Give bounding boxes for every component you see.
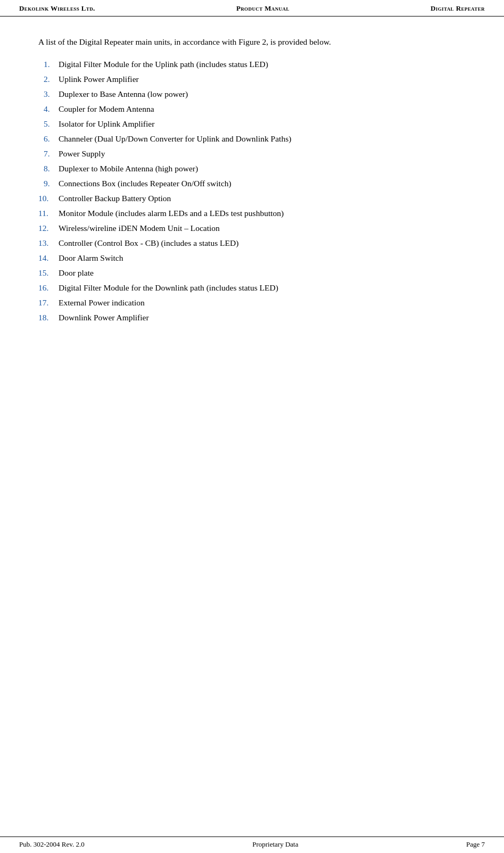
list-number: 7. [38, 147, 59, 160]
main-content: A list of the Digital Repeater main unit… [0, 16, 504, 837]
list-number: 6. [38, 132, 59, 145]
list-item: 1.Digital Filter Module for the Uplink p… [38, 58, 466, 71]
list-item: 9.Connections Box (includes Repeater On/… [38, 177, 466, 190]
list-item: 10.Controller Backup Battery Option [38, 192, 466, 205]
list-number: 14. [38, 252, 59, 264]
list-number: 1. [38, 58, 59, 71]
list-number: 9. [38, 177, 59, 190]
list-number: 16. [38, 281, 59, 294]
list-item: 5.Isolator for Uplink Amplifier [38, 118, 466, 130]
list-text: Power Supply [59, 147, 105, 160]
header-company: Dekolink Wireless Ltd. [19, 4, 95, 13]
list-text: Door Alarm Switch [59, 252, 123, 264]
list-item: 12.Wireless/wireline iDEN Modem Unit – L… [38, 222, 466, 235]
list-text: Duplexer to Base Antenna (low power) [59, 88, 188, 101]
list-text: Downlink Power Amplifier [59, 311, 149, 324]
list-text: Wireless/wireline iDEN Modem Unit – Loca… [59, 222, 220, 235]
list-text: Coupler for Modem Antenna [59, 103, 154, 115]
list-text: Digital Filter Module for the Uplink pat… [59, 58, 268, 71]
list-number: 13. [38, 237, 59, 250]
footer-pub-info: Pub. 302-2004 Rev. 2.0 [19, 840, 85, 849]
list-number: 4. [38, 103, 59, 115]
list-item: 13.Controller (Control Box - CB) (includ… [38, 237, 466, 250]
page-header: Dekolink Wireless Ltd. Product Manual Di… [0, 0, 504, 16]
list-number: 15. [38, 267, 59, 279]
list-text: Isolator for Uplink Amplifier [59, 118, 154, 130]
list-text: Duplexer to Mobile Antenna (high power) [59, 162, 198, 175]
list-item: 8.Duplexer to Mobile Antenna (high power… [38, 162, 466, 175]
list-number: 18. [38, 311, 59, 324]
intro-paragraph: A list of the Digital Repeater main unit… [38, 36, 466, 48]
list-item: 4.Coupler for Modem Antenna [38, 103, 466, 115]
list-text: Channeler (Dual Up/Down Converter for Up… [59, 132, 291, 145]
list-text: Digital Filter Module for the Downlink p… [59, 281, 278, 294]
list-number: 8. [38, 162, 59, 175]
footer-page-number: Page 7 [466, 840, 485, 849]
list-item: 11.Monitor Module (includes alarm LEDs a… [38, 207, 466, 220]
list-number: 2. [38, 73, 59, 86]
list-text: Uplink Power Amplifier [59, 73, 139, 86]
list-item: 15.Door plate [38, 267, 466, 279]
list-number: 17. [38, 296, 59, 309]
list-text: Connections Box (includes Repeater On/Of… [59, 177, 232, 190]
footer-proprietary: Proprietary Data [252, 840, 298, 849]
header-document-type: Digital Repeater [431, 4, 485, 13]
list-number: 11. [38, 207, 59, 220]
list-number: 3. [38, 88, 59, 101]
components-list: 1.Digital Filter Module for the Uplink p… [38, 58, 466, 324]
list-item: 3.Duplexer to Base Antenna (low power) [38, 88, 466, 101]
list-item: 18.Downlink Power Amplifier [38, 311, 466, 324]
list-item: 17.External Power indication [38, 296, 466, 309]
list-text: Controller Backup Battery Option [59, 192, 171, 205]
list-number: 12. [38, 222, 59, 235]
list-item: 6.Channeler (Dual Up/Down Converter for … [38, 132, 466, 145]
list-text: Controller (Control Box - CB) (includes … [59, 237, 238, 250]
list-item: 14.Door Alarm Switch [38, 252, 466, 264]
list-text: Monitor Module (includes alarm LEDs and … [59, 207, 284, 220]
page-wrapper: Dekolink Wireless Ltd. Product Manual Di… [0, 0, 504, 853]
page-footer: Pub. 302-2004 Rev. 2.0 Proprietary Data … [0, 837, 504, 853]
header-title: Product Manual [236, 4, 290, 13]
list-item: 7.Power Supply [38, 147, 466, 160]
list-text: Door plate [59, 267, 94, 279]
list-number: 5. [38, 118, 59, 130]
list-item: 2.Uplink Power Amplifier [38, 73, 466, 86]
list-text: External Power indication [59, 296, 145, 309]
list-number: 10. [38, 192, 59, 205]
list-item: 16.Digital Filter Module for the Downlin… [38, 281, 466, 294]
